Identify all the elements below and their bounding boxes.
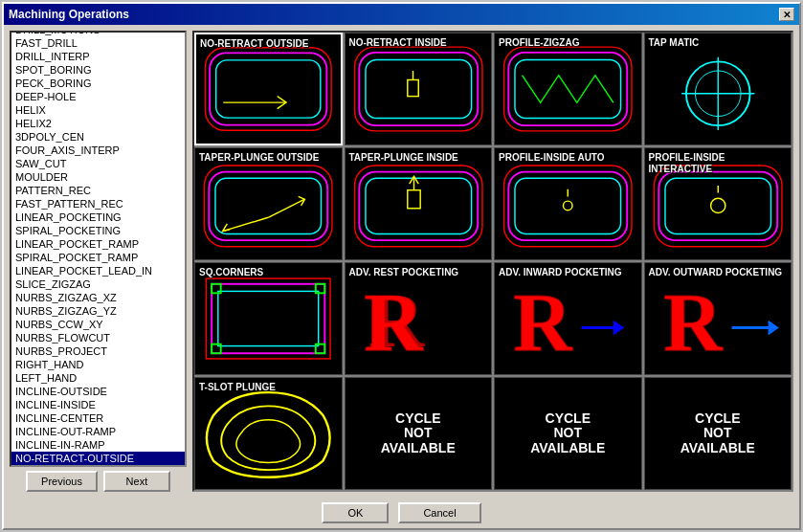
list-item[interactable]: NURBS_ZIGZAG_XZ <box>11 291 185 304</box>
cell-drawing <box>196 34 341 144</box>
unavailable-label: CYCLE NOT AVAILABLE <box>645 378 792 489</box>
cell-drawing: R <box>645 263 792 374</box>
cell-drawing <box>346 33 492 144</box>
svg-rect-36 <box>212 284 324 353</box>
list-item[interactable]: INCLINE-OUTSIDE <box>11 385 185 398</box>
grid-cell[interactable]: CYCLE NOT AVAILABLE <box>345 377 493 490</box>
grid-cell[interactable]: R R ADV. REST POCKETING <box>345 262 493 375</box>
dialog-footer: OK Cancel <box>4 498 799 528</box>
svg-rect-22 <box>365 178 471 233</box>
grid-cell[interactable]: R ADV. OUTWARD POCKETING <box>644 262 792 375</box>
list-item[interactable]: NURBS_PROJECT <box>11 344 185 358</box>
list-item[interactable]: NURBS_CCW_XY <box>11 318 185 331</box>
nav-buttons: Previous Next <box>10 471 187 492</box>
cell-drawing: R <box>495 263 641 374</box>
list-item[interactable]: FAST_DRILL <box>11 36 185 50</box>
svg-text:R: R <box>663 277 724 368</box>
list-item[interactable]: SLICE_ZIGZAG <box>11 277 185 291</box>
list-item[interactable]: HELIX2 <box>11 117 185 130</box>
grid-cell[interactable]: CYCLE NOT AVAILABLE <box>644 377 792 490</box>
list-item[interactable]: SPOT_BORING <box>11 63 185 77</box>
list-item[interactable]: INCLINE-OUT-RAMP <box>11 425 185 438</box>
svg-rect-0 <box>210 53 326 124</box>
ok-button[interactable]: OK <box>322 502 389 523</box>
list-item[interactable]: NO-RETRACT-OUTSIDE <box>11 452 185 465</box>
cell-drawing <box>346 148 492 259</box>
list-item[interactable]: DRILL_INTERP <box>11 50 185 63</box>
grid-cell[interactable]: TAPER-PLUNGE INSIDE <box>345 147 493 260</box>
list-item[interactable]: LINEAR_POCKET_LEAD_IN <box>11 264 185 277</box>
cell-drawing <box>495 148 641 259</box>
grid-cell[interactable]: NO-RETRACT OUTSIDE <box>194 33 343 145</box>
list-item[interactable]: DEEP-HOLE <box>11 90 185 103</box>
cancel-button[interactable]: Cancel <box>398 502 480 523</box>
grid-cell[interactable]: T-SLOT PLUNGE <box>194 377 343 490</box>
cell-drawing <box>195 263 342 374</box>
grid-cell[interactable]: TAPER-PLUNGE OUTSIDE <box>194 147 343 260</box>
left-panel: HOLE_INT-1HOLE_INT-2DRILL_MOTIONSFAST_DR… <box>10 31 187 492</box>
list-item[interactable]: NURBS_FLOWCUT <box>11 331 185 344</box>
list-item[interactable]: HELIX <box>11 103 185 117</box>
unavailable-label: CYCLE NOT AVAILABLE <box>346 378 492 489</box>
grid-cell[interactable]: PROFILE-INSIDE INTERACTIVE <box>644 147 792 260</box>
list-item[interactable]: SAW_CUT <box>11 157 185 170</box>
svg-rect-21 <box>359 172 478 240</box>
list-item[interactable]: MOULDER <box>11 170 185 184</box>
grid-cell[interactable]: TAP MATIC <box>644 33 792 145</box>
svg-rect-24 <box>407 190 419 209</box>
grid-cell[interactable]: PROFILE-INSIDE AUTO <box>494 147 642 260</box>
close-button[interactable]: ✕ <box>779 8 794 21</box>
svg-rect-1 <box>216 60 321 118</box>
svg-text:R: R <box>368 277 425 364</box>
list-item[interactable]: INCLINE-IN-RAMP <box>11 438 185 452</box>
svg-rect-38 <box>206 278 330 359</box>
svg-point-34 <box>710 198 725 212</box>
list-item[interactable]: INCLINE-CENTER <box>11 411 185 425</box>
title-bar: Machining Operations ✕ <box>4 4 799 25</box>
svg-text:R: R <box>513 277 573 368</box>
unavailable-label: CYCLE NOT AVAILABLE <box>495 378 641 489</box>
list-item[interactable]: 3DPOLY_CEN <box>11 130 185 144</box>
main-dialog: Machining Operations ✕ HOLE_INT-1HOLE_IN… <box>2 2 801 530</box>
svg-rect-37 <box>218 291 319 345</box>
svg-rect-26 <box>508 172 627 240</box>
cell-drawing <box>645 33 792 144</box>
list-item[interactable]: INCLINE-INSIDE <box>11 398 185 411</box>
svg-line-20 <box>268 199 304 217</box>
list-item[interactable]: SPIRAL_POCKET_RAMP <box>11 251 185 264</box>
list-item[interactable]: RIGHT_HAND <box>11 358 185 371</box>
svg-rect-7 <box>407 79 417 96</box>
list-item[interactable]: NURBS_ZIGZAG_YZ <box>11 304 185 318</box>
dialog-title: Machining Operations <box>9 8 129 21</box>
svg-rect-31 <box>658 172 777 240</box>
list-item[interactable]: LEFT_HAND <box>11 371 185 385</box>
grid-cell[interactable]: CYCLE NOT AVAILABLE <box>494 377 642 490</box>
list-item[interactable]: LINEAR_POCKETING <box>11 211 185 224</box>
cell-drawing: R R <box>346 263 492 374</box>
list-item[interactable]: FOUR_AXIS_INTERP <box>11 144 185 157</box>
list-item[interactable]: PECK_BORING <box>11 77 185 90</box>
grid-panel: NO-RETRACT OUTSIDE NO-RETRACT INSIDE PRO… <box>192 31 793 492</box>
svg-rect-27 <box>515 178 621 233</box>
next-button[interactable]: Next <box>103 471 170 492</box>
list-item[interactable]: PATTERN_REC <box>11 184 185 197</box>
cell-drawing <box>195 378 342 489</box>
cell-drawing <box>645 148 792 259</box>
operation-list[interactable]: HOLE_INT-1HOLE_INT-2DRILL_MOTIONSFAST_DR… <box>10 31 187 467</box>
previous-button[interactable]: Previous <box>26 471 98 492</box>
grid-cell[interactable]: SQ.CORNERS <box>194 262 343 375</box>
list-item[interactable]: LINEAR_POCKET_RAMP <box>11 237 185 251</box>
cell-drawing <box>195 148 342 259</box>
svg-rect-17 <box>215 178 322 233</box>
svg-point-29 <box>563 201 572 211</box>
dialog-body: HOLE_INT-1HOLE_INT-2DRILL_MOTIONSFAST_DR… <box>4 25 799 498</box>
cell-drawing <box>495 33 641 144</box>
grid-cell[interactable]: PROFILE-ZIGZAG <box>494 33 642 145</box>
grid-cell[interactable]: NO-RETRACT INSIDE <box>345 33 493 145</box>
list-item[interactable]: SPIRAL_POCKETING <box>11 224 185 237</box>
operation-grid: NO-RETRACT OUTSIDE NO-RETRACT INSIDE PRO… <box>192 31 793 492</box>
grid-cell[interactable]: R ADV. INWARD POCKETING <box>494 262 642 375</box>
list-item[interactable]: FAST_PATTERN_REC <box>11 197 185 211</box>
